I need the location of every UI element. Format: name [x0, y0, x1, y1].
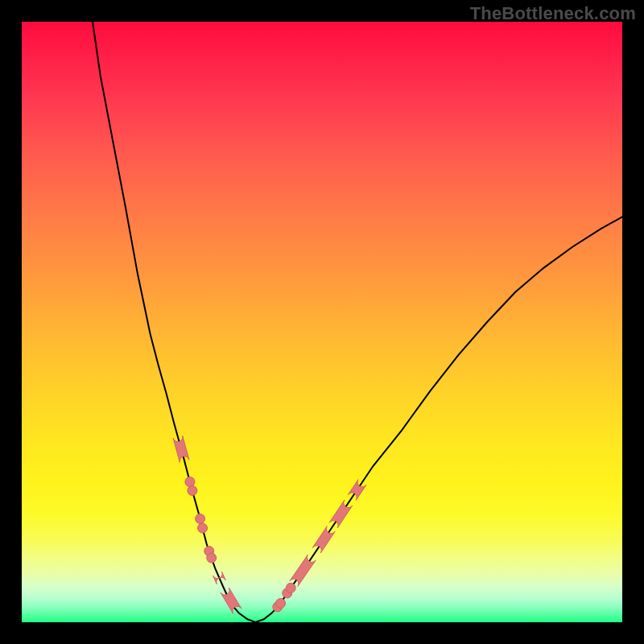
segment-dot — [196, 514, 205, 523]
plot-area — [22, 22, 622, 622]
curve-right — [255, 217, 622, 622]
chart-stage: TheBottleneck.com — [0, 0, 644, 644]
segment-capsule — [329, 500, 353, 528]
watermark-text: TheBottleneck.com — [470, 3, 636, 24]
segment-capsule — [348, 480, 366, 501]
segment-capsule — [173, 436, 189, 462]
segment-dot — [198, 523, 208, 533]
segment-capsule — [221, 588, 242, 613]
segment-capsule — [312, 526, 335, 553]
segment-dot — [185, 477, 195, 487]
segment-capsule — [290, 555, 316, 586]
segment-dot — [276, 598, 286, 608]
curve-layer — [22, 22, 622, 622]
segment-dot — [188, 485, 197, 495]
curve-left — [93, 22, 255, 622]
segment-dot — [286, 583, 295, 592]
segment-capsule — [213, 572, 225, 584]
highlight-segments — [173, 436, 366, 613]
segment-dot — [207, 553, 217, 563]
